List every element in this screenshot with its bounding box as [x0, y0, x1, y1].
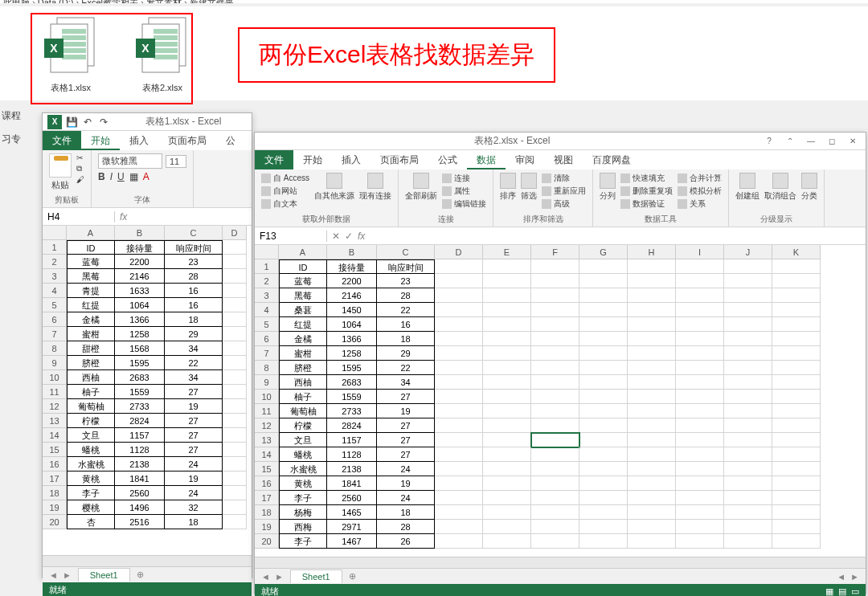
cell[interactable]: 柠檬: [279, 418, 327, 433]
row-header[interactable]: 8: [255, 361, 279, 375]
cell[interactable]: [223, 284, 247, 298]
cell[interactable]: 2683: [115, 370, 165, 385]
cell[interactable]: [628, 259, 676, 274]
cell[interactable]: [579, 346, 628, 361]
cell[interactable]: [676, 520, 724, 534]
maximize-icon[interactable]: ◻: [822, 134, 841, 149]
cell[interactable]: [628, 491, 676, 505]
cell[interactable]: 2733: [115, 399, 165, 414]
cell[interactable]: 1258: [115, 327, 165, 341]
undo-icon[interactable]: ↶: [81, 116, 94, 129]
cell[interactable]: 桑葚: [279, 303, 327, 317]
cell[interactable]: 27: [165, 428, 223, 443]
cell[interactable]: [531, 317, 579, 332]
cell[interactable]: [772, 332, 821, 346]
cell[interactable]: [676, 303, 724, 317]
cell[interactable]: [531, 505, 579, 520]
cell[interactable]: 34: [377, 375, 435, 390]
cell[interactable]: 2971: [327, 520, 377, 534]
cell[interactable]: 19: [377, 476, 435, 491]
tab-file[interactable]: 文件: [43, 131, 81, 150]
cell[interactable]: 16: [165, 284, 223, 298]
cell[interactable]: [628, 505, 676, 520]
cell[interactable]: 2146: [327, 288, 377, 303]
cut-icon[interactable]: ✂: [76, 153, 84, 162]
tab-formula[interactable]: 公式: [428, 150, 467, 169]
existing-conn-button[interactable]: 现有连接: [359, 173, 391, 202]
row-header[interactable]: 13: [255, 433, 279, 447]
cell[interactable]: [579, 462, 628, 476]
cell[interactable]: [435, 418, 483, 433]
cell[interactable]: [772, 404, 821, 418]
cell[interactable]: [483, 390, 531, 404]
cell[interactable]: [435, 375, 483, 390]
cell[interactable]: [531, 346, 579, 361]
group-button[interactable]: 创建组: [735, 173, 760, 202]
save-icon[interactable]: 💾: [65, 116, 78, 129]
tab-view[interactable]: 视图: [544, 150, 583, 169]
cell[interactable]: [435, 274, 483, 288]
cell[interactable]: [724, 404, 772, 418]
cell[interactable]: [676, 288, 724, 303]
row-header[interactable]: 18: [255, 505, 279, 520]
connections-button[interactable]: 连接: [442, 173, 486, 184]
row-header[interactable]: 16: [255, 476, 279, 491]
scroll-left-icon[interactable]: ◄: [837, 572, 845, 582]
tab-nav-next-icon[interactable]: ►: [275, 572, 284, 582]
cell[interactable]: 柚子: [279, 390, 327, 404]
cell[interactable]: [676, 390, 724, 404]
cell[interactable]: 2146: [115, 269, 165, 284]
cell[interactable]: 蟠桃: [279, 447, 327, 462]
cell[interactable]: [579, 520, 628, 534]
cell[interactable]: [579, 288, 628, 303]
cell[interactable]: 32: [165, 500, 223, 515]
cell[interactable]: 16: [165, 298, 223, 312]
tab-nav-next-icon[interactable]: ►: [63, 570, 72, 580]
cell[interactable]: [724, 462, 772, 476]
cell[interactable]: 蜜柑: [279, 346, 327, 361]
cell[interactable]: 李子: [279, 534, 327, 549]
row-header[interactable]: 6: [43, 312, 67, 327]
cell[interactable]: [435, 288, 483, 303]
italic-button[interactable]: I: [110, 171, 113, 182]
cell[interactable]: [579, 361, 628, 375]
cell[interactable]: 蟠桃: [67, 443, 115, 457]
cell[interactable]: [676, 361, 724, 375]
cell[interactable]: [772, 418, 821, 433]
whatif-button[interactable]: 模拟分析: [678, 186, 722, 197]
cell[interactable]: [676, 259, 724, 274]
cell[interactable]: [531, 390, 579, 404]
cell[interactable]: 24: [377, 491, 435, 505]
close-icon[interactable]: ✕: [843, 134, 862, 149]
font-name-select[interactable]: 微软雅黑: [98, 153, 162, 169]
cell[interactable]: 红提: [67, 298, 115, 312]
cell[interactable]: 28: [165, 269, 223, 284]
cell[interactable]: 27: [377, 418, 435, 433]
cell[interactable]: 1064: [115, 298, 165, 312]
cell[interactable]: [223, 370, 247, 385]
cell[interactable]: [531, 288, 579, 303]
cell[interactable]: [483, 491, 531, 505]
cell[interactable]: 19: [165, 399, 223, 414]
column-header[interactable]: J: [724, 245, 772, 259]
cell[interactable]: [223, 327, 247, 341]
cell[interactable]: [628, 447, 676, 462]
tab-insert[interactable]: 插入: [120, 131, 158, 150]
cell[interactable]: [676, 505, 724, 520]
cell[interactable]: [223, 240, 247, 255]
cell[interactable]: [483, 462, 531, 476]
cell[interactable]: [724, 332, 772, 346]
cell[interactable]: 26: [377, 534, 435, 549]
column-header[interactable]: G: [579, 245, 628, 259]
cell[interactable]: [531, 520, 579, 534]
cell[interactable]: [628, 534, 676, 549]
sidebar-item[interactable]: 习专: [0, 128, 23, 151]
cell[interactable]: [724, 375, 772, 390]
cell[interactable]: [628, 433, 676, 447]
cell[interactable]: [724, 476, 772, 491]
row-header[interactable]: 1: [43, 240, 67, 255]
clear-button[interactable]: 清除: [542, 173, 586, 184]
cell[interactable]: 27: [165, 443, 223, 457]
cell[interactable]: [676, 404, 724, 418]
cell[interactable]: [531, 491, 579, 505]
